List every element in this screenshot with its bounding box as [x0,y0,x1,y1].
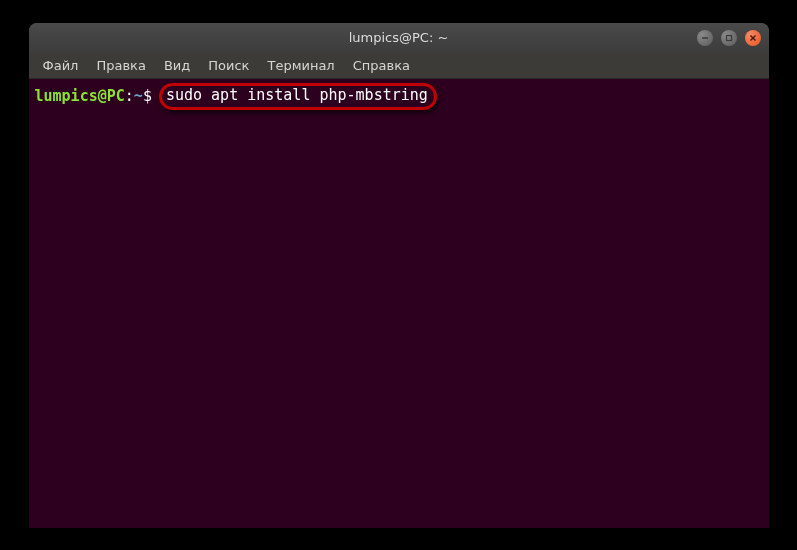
menu-terminal[interactable]: Терминал [259,55,342,76]
prompt-path: ~ [134,87,143,107]
window-title: lumpics@PC: ~ [349,30,449,45]
maximize-button[interactable] [721,30,737,46]
command-text: sudo apt install php-mbstring [166,86,428,104]
terminal-area[interactable]: lumpics@PC:~$ sudo apt install php-mbstr… [29,79,769,528]
prompt-sep: : [125,87,134,107]
window-controls [697,30,761,46]
prompt-line: lumpics@PC:~$ sudo apt install php-mbstr… [35,83,763,111]
terminal-window: lumpics@PC: ~ Файл Правка Вид Поиск Терм… [29,23,769,528]
svg-rect-1 [726,35,731,40]
maximize-icon [725,34,733,42]
menu-help[interactable]: Справка [345,55,418,76]
minimize-icon [701,34,709,42]
titlebar[interactable]: lumpics@PC: ~ [29,23,769,53]
close-button[interactable] [745,30,761,46]
menu-view[interactable]: Вид [156,55,198,76]
minimize-button[interactable] [697,30,713,46]
menubar: Файл Правка Вид Поиск Терминал Справка [29,53,769,79]
menu-search[interactable]: Поиск [200,55,257,76]
close-icon [749,34,757,42]
menu-edit[interactable]: Правка [88,55,153,76]
prompt-user: lumpics@PC [35,87,125,107]
command-highlight: sudo apt install php-mbstring [159,83,437,111]
menu-file[interactable]: Файл [35,55,87,76]
